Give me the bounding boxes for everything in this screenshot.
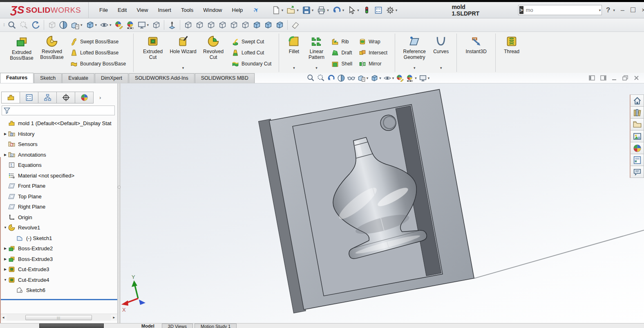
motion-manager-buttons[interactable] bbox=[39, 324, 104, 328]
open-document-button[interactable]: ▾ bbox=[285, 4, 300, 16]
panel-tabs-overflow-button[interactable]: › bbox=[99, 94, 101, 101]
swept-boss-base-button[interactable]: Swept Boss/Base bbox=[69, 38, 127, 46]
tree-item-revolve1[interactable]: ▼ Revolve1 bbox=[0, 222, 117, 233]
show-right-pane-icon[interactable] bbox=[600, 75, 606, 81]
mold-block[interactable] bbox=[259, 88, 474, 313]
view-front-button[interactable] bbox=[183, 20, 193, 30]
edit-appearance-button[interactable] bbox=[396, 74, 405, 82]
rebuild-button[interactable] bbox=[361, 5, 371, 15]
menu-edit[interactable]: Edit bbox=[113, 4, 132, 16]
tree-item-origin[interactable]: Origin bbox=[0, 212, 117, 223]
show-left-pane-icon[interactable] bbox=[589, 75, 595, 81]
chevron-down-icon[interactable]: ▾ bbox=[415, 76, 417, 80]
chevron-down-icon[interactable]: ▾ bbox=[392, 76, 394, 80]
tree-item-material[interactable]: Material <not specified> bbox=[0, 171, 117, 181]
tab-dimxpert[interactable]: DimXpert bbox=[95, 73, 128, 83]
tab-property-manager[interactable] bbox=[20, 92, 38, 103]
draft-button[interactable]: Draft bbox=[330, 49, 354, 57]
window-restore-icon[interactable] bbox=[622, 75, 628, 81]
chevron-down-icon[interactable]: ▾ bbox=[342, 8, 344, 12]
section-view-button[interactable] bbox=[58, 20, 69, 30]
fillet-button[interactable]: Fillet ▾ bbox=[283, 34, 304, 72]
chevron-down-icon[interactable]: ▾ bbox=[95, 23, 97, 27]
menu-view[interactable]: View bbox=[132, 4, 153, 16]
tab-display-manager[interactable] bbox=[75, 92, 94, 103]
hole-wizard-button[interactable]: Hole Wizard ▾ bbox=[168, 34, 198, 72]
edit-appearance-button[interactable] bbox=[114, 20, 124, 30]
tree-root-part[interactable]: mold 1 (Default<<Default>_Display Stat bbox=[0, 118, 117, 129]
tree-horizontal-scrollbar[interactable]: ◄ ||| ► bbox=[0, 314, 117, 321]
tab-sketch[interactable]: Sketch bbox=[34, 73, 62, 83]
chevron-down-icon[interactable]: ▾ bbox=[613, 8, 615, 12]
revolved-boss-base-button[interactable]: Revolved Boss/Base bbox=[37, 34, 67, 72]
tab-configuration-manager[interactable] bbox=[38, 92, 57, 103]
boundary-boss-base-button[interactable]: Boundary Boss/Base bbox=[69, 60, 127, 68]
window-minimize-icon[interactable] bbox=[612, 75, 617, 81]
tab-motion-study-1[interactable]: Motion Study 1 bbox=[195, 324, 237, 328]
scrollbar-thumb[interactable]: ||| bbox=[25, 315, 92, 320]
display-style-button[interactable]: ▾ bbox=[357, 74, 369, 82]
chevron-down-icon[interactable]: ▾ bbox=[147, 23, 149, 27]
undo-button[interactable]: ▾ bbox=[331, 4, 345, 16]
collapse-arrow-icon[interactable]: ▼ bbox=[2, 278, 8, 282]
view-settings-button[interactable]: ▾ bbox=[136, 20, 150, 30]
thread-button[interactable]: Thread bbox=[500, 34, 523, 72]
expand-arrow-icon[interactable]: ▶ bbox=[2, 257, 8, 261]
print-button[interactable]: ▾ bbox=[315, 4, 330, 16]
chevron-down-icon[interactable]: ▾ bbox=[80, 23, 83, 27]
view-palette-button[interactable] bbox=[630, 130, 644, 142]
view-back-button[interactable] bbox=[194, 20, 205, 30]
expand-arrow-icon[interactable]: ▶ bbox=[2, 247, 8, 250]
view-settings-button[interactable]: ▾ bbox=[418, 74, 431, 82]
menu-file[interactable]: File bbox=[94, 4, 113, 16]
tree-item-equations[interactable]: Σ Equations bbox=[0, 160, 117, 171]
splitter-handle[interactable] bbox=[118, 186, 121, 189]
file-properties-button[interactable] bbox=[372, 5, 383, 16]
appearances-scenes-button[interactable] bbox=[630, 142, 644, 154]
tree-filter-box[interactable] bbox=[2, 106, 115, 115]
chevron-down-icon[interactable]: ▾ bbox=[414, 66, 416, 70]
menu-insert[interactable]: Insert bbox=[153, 4, 176, 16]
view-top-button[interactable] bbox=[228, 20, 239, 30]
rotate-view-button[interactable] bbox=[30, 20, 41, 30]
reference-geometry-button[interactable]: Reference Geometry ▾ bbox=[399, 34, 429, 72]
chevron-down-icon[interactable]: ▾ bbox=[379, 76, 381, 80]
previous-view-button[interactable] bbox=[326, 74, 336, 82]
graphics-viewport[interactable]: Y X bbox=[121, 83, 644, 323]
lofted-boss-base-button[interactable]: Lofted Boss/Base bbox=[69, 49, 127, 57]
tree-item-history[interactable]: ▶ History bbox=[0, 129, 117, 139]
tree-item-front-plane[interactable]: Front Plane bbox=[0, 181, 117, 191]
chevron-down-icon[interactable]: ▾ bbox=[293, 66, 295, 70]
chevron-down-icon[interactable]: ▾ bbox=[440, 66, 442, 70]
rib-button[interactable]: Rib bbox=[330, 38, 354, 46]
tree-item-cut-extrude4[interactable]: ▼ Cut-Extrude4 bbox=[0, 275, 117, 285]
view-orientation-button[interactable]: ▾ bbox=[370, 74, 382, 82]
tab-model[interactable]: Model bbox=[136, 324, 160, 328]
normal-to-button[interactable] bbox=[167, 20, 177, 30]
lofted-cut-button[interactable]: Lofted Cut bbox=[230, 49, 273, 57]
pin-menu-icon[interactable]: ✈ bbox=[247, 2, 266, 18]
model-edge-line[interactable] bbox=[474, 230, 644, 279]
view-dimetric-button[interactable] bbox=[274, 20, 285, 30]
zoom-to-fit-button[interactable] bbox=[306, 74, 315, 82]
view-bottom-button[interactable] bbox=[240, 20, 250, 30]
tree-item-boss-extrude3[interactable]: ▶ Boss-Extrude3 bbox=[0, 254, 117, 265]
expand-arrow-icon[interactable]: ▶ bbox=[2, 267, 8, 271]
search-commands-icon[interactable]: > bbox=[519, 6, 523, 14]
swept-cut-button[interactable]: Swept Cut bbox=[230, 38, 273, 46]
search-input[interactable] bbox=[523, 7, 598, 13]
linear-pattern-button[interactable]: Linear Pattern ▾ bbox=[304, 34, 328, 72]
tab-features[interactable]: Features bbox=[0, 73, 34, 83]
minimize-button[interactable]: – bbox=[621, 7, 624, 13]
intersect-button[interactable]: Intersect bbox=[357, 49, 389, 57]
tab-3d-views[interactable]: 3D Views bbox=[162, 324, 193, 328]
panel-splitter[interactable] bbox=[118, 83, 121, 323]
chevron-down-icon[interactable]: ▾ bbox=[396, 8, 398, 12]
chevron-down-icon[interactable]: ▾ bbox=[110, 23, 112, 27]
scroll-left-icon[interactable]: ◄ bbox=[0, 316, 7, 319]
expand-arrow-icon[interactable]: ▶ bbox=[2, 132, 8, 136]
window-close-icon[interactable] bbox=[634, 75, 639, 81]
tab-solidworks-mbd[interactable]: SOLIDWORKS MBD bbox=[195, 73, 255, 83]
chevron-down-icon[interactable]: ▾ bbox=[182, 66, 184, 70]
tree-item-sensors[interactable]: Sensors bbox=[0, 139, 117, 150]
